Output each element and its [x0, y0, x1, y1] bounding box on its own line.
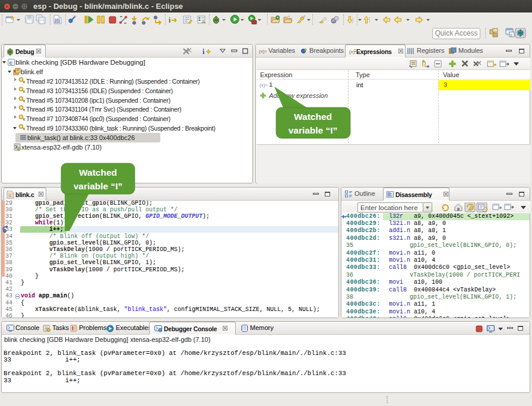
- svg-text:i: i: [169, 16, 171, 24]
- svg-text:010: 010: [55, 21, 60, 24]
- svg-text:i: i: [202, 47, 205, 56]
- svg-text:(x): (x): [349, 49, 355, 55]
- svg-text:Watched: Watched: [294, 112, 332, 122]
- svg-text:c: c: [10, 60, 12, 66]
- svg-text:variable “I”: variable “I”: [74, 181, 123, 191]
- svg-text:Watched: Watched: [79, 167, 117, 177]
- svg-text:c: c: [511, 33, 513, 37]
- svg-text:(x)=: (x)=: [259, 49, 267, 54]
- svg-text:(x)=: (x)=: [259, 83, 268, 88]
- svg-text:variable “I”: variable “I”: [289, 125, 338, 135]
